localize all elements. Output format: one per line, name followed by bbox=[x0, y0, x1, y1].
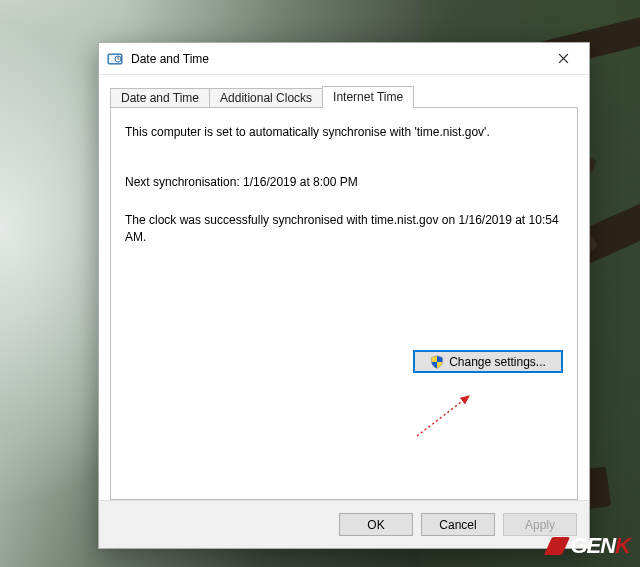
next-sync-text: Next synchronisation: 1/16/2019 at 8:00 … bbox=[125, 174, 563, 190]
close-icon bbox=[558, 53, 569, 64]
apply-button: Apply bbox=[503, 513, 577, 536]
close-button[interactable] bbox=[543, 45, 583, 73]
titlebar: Date and Time bbox=[99, 43, 589, 75]
change-settings-label: Change settings... bbox=[449, 355, 546, 369]
tab-additional-clocks[interactable]: Additional Clocks bbox=[209, 88, 323, 108]
sync-server-text: This computer is set to automatically sy… bbox=[125, 124, 563, 140]
internet-time-panel: This computer is set to automatically sy… bbox=[110, 107, 578, 500]
last-sync-status-text: The clock was successfully synchronised … bbox=[125, 212, 563, 244]
clock-icon bbox=[107, 51, 123, 67]
tab-strip: Date and Time Additional Clocks Internet… bbox=[110, 85, 578, 107]
cancel-button[interactable]: Cancel bbox=[421, 513, 495, 536]
window-title: Date and Time bbox=[131, 52, 543, 66]
change-settings-button[interactable]: Change settings... bbox=[413, 350, 563, 373]
date-and-time-dialog: Date and Time Date and Time Additional C… bbox=[98, 42, 590, 549]
uac-shield-icon bbox=[430, 355, 444, 369]
ok-button[interactable]: OK bbox=[339, 513, 413, 536]
dialog-content: Date and Time Additional Clocks Internet… bbox=[99, 75, 589, 500]
annotation-arrow-icon bbox=[411, 390, 481, 440]
tab-date-and-time[interactable]: Date and Time bbox=[110, 88, 210, 108]
dialog-button-bar: OK Cancel Apply bbox=[99, 500, 589, 548]
tab-internet-time[interactable]: Internet Time bbox=[322, 86, 414, 108]
